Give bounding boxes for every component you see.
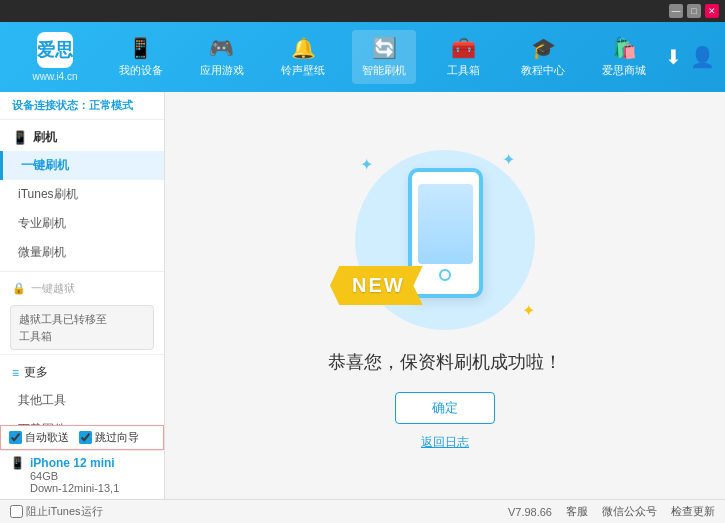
- micro-flash-label: 微量刷机: [18, 245, 66, 259]
- sidebar: 设备连接状态：正常模式 📱 刷机 一键刷机 iTunes刷机 专业刷机 微量刷机…: [0, 92, 164, 425]
- device-phone-icon: 📱: [10, 456, 25, 470]
- sidebar-notice: 越狱工具已转移至工具箱: [10, 305, 154, 350]
- lock-icon: 🔒: [12, 282, 26, 295]
- itunes-flash-label: iTunes刷机: [18, 187, 78, 201]
- one-click-flash-label: 一键刷机: [21, 158, 69, 172]
- success-text: 恭喜您，保资料刷机成功啦！: [328, 350, 562, 374]
- sparkle-2: ✦: [502, 150, 515, 169]
- nav-tutorial[interactable]: 🎓 教程中心: [511, 30, 575, 84]
- device-status: 设备连接状态：正常模式: [0, 92, 164, 120]
- apps-games-icon: 🎮: [209, 36, 234, 60]
- ringtones-label: 铃声壁纸: [281, 63, 325, 78]
- auto-send-label: 自动歌送: [25, 430, 69, 445]
- apps-games-label: 应用游戏: [200, 63, 244, 78]
- mall-icon: 🛍️: [612, 36, 637, 60]
- sidebar-container: 设备连接状态：正常模式 📱 刷机 一键刷机 iTunes刷机 专业刷机 微量刷机…: [0, 92, 165, 499]
- device-storage: 64GB: [10, 470, 154, 482]
- nav-right-icons: ⬇ 👤: [665, 45, 715, 69]
- skip-wizard-checkbox[interactable]: [79, 431, 92, 444]
- nav-smart-flash[interactable]: 🔄 智能刷机: [352, 30, 416, 84]
- top-nav: 爱思 www.i4.cn 📱 我的设备 🎮 应用游戏 🔔 铃声壁纸 🔄 智能刷机…: [0, 22, 725, 92]
- notice-text: 越狱工具已转移至工具箱: [19, 313, 107, 342]
- account-icon[interactable]: 👤: [690, 45, 715, 69]
- tutorial-label: 教程中心: [521, 63, 565, 78]
- device-name: iPhone 12 mini: [30, 456, 115, 470]
- sidebar-item-pro-flash[interactable]: 专业刷机: [0, 209, 164, 238]
- nav-toolbox[interactable]: 🧰 工具箱: [434, 30, 494, 84]
- toolbox-label: 工具箱: [447, 63, 480, 78]
- maximize-button[interactable]: □: [687, 4, 701, 18]
- sidebar-item-one-click-flash[interactable]: 一键刷机: [0, 151, 164, 180]
- more-section-label: 更多: [24, 364, 48, 381]
- go-back-link[interactable]: 返回日志: [421, 434, 469, 451]
- sidebar-item-download-firmware[interactable]: 下载固件: [0, 415, 164, 425]
- grayed-jailbreak-label: 一键越狱: [31, 281, 75, 296]
- version-text: V7.98.66: [508, 506, 552, 518]
- more-section-header: ≡ 更多: [0, 359, 164, 386]
- ringtones-icon: 🔔: [291, 36, 316, 60]
- other-tools-label: 其他工具: [18, 393, 66, 407]
- phone-screen: [418, 184, 473, 264]
- flash-section-header: 📱 刷机: [0, 124, 164, 151]
- sidebar-item-itunes-flash[interactable]: iTunes刷机: [0, 180, 164, 209]
- checkbox-row: 自动歌送 跳过向导: [0, 425, 164, 450]
- check-update-link[interactable]: 检查更新: [671, 504, 715, 519]
- stop-itunes-checkbox-label[interactable]: 阻止iTunes运行: [10, 504, 103, 519]
- download-icon[interactable]: ⬇: [665, 45, 682, 69]
- bottom-bar: 阻止iTunes运行 V7.98.66 客服 微信公众号 检查更新: [0, 499, 725, 523]
- toolbox-icon: 🧰: [451, 36, 476, 60]
- my-device-icon: 📱: [128, 36, 153, 60]
- sidebar-grayed-jailbreak: 🔒 一键越狱: [0, 276, 164, 301]
- nav-ringtones[interactable]: 🔔 铃声壁纸: [271, 30, 335, 84]
- smart-flash-icon: 🔄: [372, 36, 397, 60]
- my-device-label: 我的设备: [119, 63, 163, 78]
- success-illustration: ✦ ✦ ✦ NEW: [345, 140, 545, 340]
- title-bar: — □ ✕: [0, 0, 725, 22]
- sidebar-divider-2: [0, 354, 164, 355]
- flash-section-label: 刷机: [33, 129, 57, 146]
- status-value: 正常模式: [89, 99, 133, 111]
- sidebar-divider-1: [0, 271, 164, 272]
- new-badge: NEW: [330, 266, 423, 305]
- skip-wizard-label: 跳过向导: [95, 430, 139, 445]
- bottom-right: V7.98.66 客服 微信公众号 检查更新: [508, 504, 715, 519]
- main-content: ✦ ✦ ✦ NEW 恭喜您，保资料刷机成功啦！ 确定 返回日志: [165, 92, 725, 499]
- nav-my-device[interactable]: 📱 我的设备: [109, 30, 173, 84]
- sidebar-item-micro-flash[interactable]: 微量刷机: [0, 238, 164, 267]
- close-button[interactable]: ✕: [705, 4, 719, 18]
- sidebar-item-other-tools[interactable]: 其他工具: [0, 386, 164, 415]
- minimize-button[interactable]: —: [669, 4, 683, 18]
- stop-itunes-label: 阻止iTunes运行: [26, 504, 103, 519]
- skip-wizard-checkbox-label[interactable]: 跳过向导: [79, 430, 139, 445]
- main-area: 设备连接状态：正常模式 📱 刷机 一键刷机 iTunes刷机 专业刷机 微量刷机…: [0, 92, 725, 499]
- service-link[interactable]: 客服: [566, 504, 588, 519]
- flash-section-icon: 📱: [12, 130, 28, 145]
- smart-flash-label: 智能刷机: [362, 63, 406, 78]
- status-label: 设备连接状态：: [12, 99, 89, 111]
- more-icon: ≡: [12, 366, 19, 380]
- wechat-link[interactable]: 微信公众号: [602, 504, 657, 519]
- confirm-button[interactable]: 确定: [395, 392, 495, 424]
- logo-url: www.i4.cn: [32, 71, 77, 82]
- sparkle-3: ✦: [522, 301, 535, 320]
- stop-itunes-checkbox[interactable]: [10, 505, 23, 518]
- phone-home-button: [439, 269, 451, 281]
- nav-apps-games[interactable]: 🎮 应用游戏: [190, 30, 254, 84]
- tutorial-icon: 🎓: [531, 36, 556, 60]
- phone-shape: [408, 168, 483, 298]
- sparkle-1: ✦: [360, 155, 373, 174]
- nav-items: 📱 我的设备 🎮 应用游戏 🔔 铃声壁纸 🔄 智能刷机 🧰 工具箱 🎓 教程中心…: [100, 30, 665, 84]
- pro-flash-label: 专业刷机: [18, 216, 66, 230]
- auto-send-checkbox-label[interactable]: 自动歌送: [9, 430, 69, 445]
- download-firmware-label: 下载固件: [18, 422, 66, 425]
- device-version: Down-12mini-13,1: [10, 482, 154, 494]
- nav-mall[interactable]: 🛍️ 爱思商城: [592, 30, 656, 84]
- logo: 爱思 www.i4.cn: [10, 32, 100, 82]
- logo-icon: 爱思: [37, 32, 73, 68]
- auto-send-checkbox[interactable]: [9, 431, 22, 444]
- device-info: 📱 iPhone 12 mini 64GB Down-12mini-13,1: [0, 450, 164, 499]
- mall-label: 爱思商城: [602, 63, 646, 78]
